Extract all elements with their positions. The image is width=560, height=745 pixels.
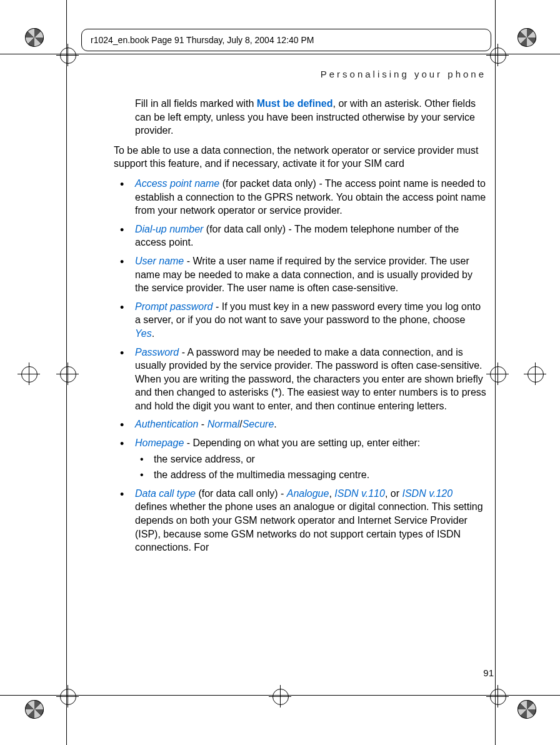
separator: , or xyxy=(385,488,402,499)
list-item: Password - A password may be needed to m… xyxy=(114,346,486,413)
list-item: Data call type (for data call only) - An… xyxy=(114,487,486,554)
option-value: Secure xyxy=(242,419,274,429)
must-be-defined-label: Must be defined xyxy=(257,98,333,109)
list-item: Authentication - Normal/Secure. xyxy=(114,418,486,431)
registration-mark-icon xyxy=(518,28,536,47)
setting-text: - xyxy=(198,419,207,429)
option-value: ISDN v.110 xyxy=(334,488,385,499)
list-item: Dial-up number (for data call only) - Th… xyxy=(114,222,486,249)
sub-list-item: the address of the multimedia messaging … xyxy=(135,468,486,482)
registration-mark-icon xyxy=(25,28,44,47)
list-item: Access point name (for packet data only)… xyxy=(114,177,486,218)
option-value: Normal xyxy=(208,419,240,429)
crosshair-icon xyxy=(56,362,79,385)
setting-term: Data call type xyxy=(135,488,196,499)
crosshair-icon xyxy=(486,362,509,385)
list-item: Prompt password - If you must key in a n… xyxy=(114,300,486,341)
setting-term: Authentication xyxy=(135,419,198,429)
settings-list: Access point name (for packet data only)… xyxy=(114,177,486,554)
body-paragraph: To be able to use a data connection, the… xyxy=(114,144,486,171)
setting-term: Password xyxy=(135,347,179,358)
setting-text: defines whether the phone uses an analog… xyxy=(135,501,483,552)
crosshair-icon xyxy=(56,44,79,66)
setting-term: Prompt password xyxy=(135,301,213,312)
setting-text: - Write a user name if required by the s… xyxy=(135,256,472,293)
sub-list-item: the service address, or xyxy=(135,452,486,466)
setting-text: (for data call only) - xyxy=(196,488,287,499)
crosshair-icon xyxy=(486,685,509,708)
separator: , xyxy=(329,488,334,499)
crosshair-icon xyxy=(269,685,291,708)
section-heading: Personalising your phone xyxy=(114,69,486,79)
registration-mark-icon xyxy=(518,700,536,719)
sub-list: the service address, or the address of t… xyxy=(135,452,486,482)
print-header-strip: r1024_en.book Page 91 Thursday, July 8, … xyxy=(81,29,491,51)
setting-text: - A password may be needed to make a dat… xyxy=(135,347,486,411)
setting-term: User name xyxy=(135,256,184,266)
crosshair-icon xyxy=(18,362,40,385)
intro-text-pre: Fill in all fields marked with xyxy=(135,98,257,109)
option-value: Yes xyxy=(135,328,152,339)
setting-text: . xyxy=(274,419,276,429)
print-header-text: r1024_en.book Page 91 Thursday, July 8, … xyxy=(91,35,314,45)
option-value: ISDN v.120 xyxy=(402,488,452,499)
setting-term: Homepage xyxy=(135,438,184,448)
list-item: Homepage - Depending on what you are set… xyxy=(114,436,486,482)
crosshair-icon xyxy=(56,685,79,708)
setting-term: Dial-up number xyxy=(135,224,203,234)
list-item: User name - Write a user name if require… xyxy=(114,254,486,295)
setting-term: Access point name xyxy=(135,178,219,189)
page-content: Personalising your phone Fill in all fie… xyxy=(114,69,486,559)
option-value: Analogue xyxy=(287,488,329,499)
intro-paragraph: Fill in all fields marked with Must be d… xyxy=(135,97,486,138)
crosshair-icon xyxy=(524,362,546,385)
registration-mark-icon xyxy=(25,700,44,719)
setting-text: . xyxy=(152,328,154,339)
page-number: 91 xyxy=(483,668,494,678)
crop-line-top xyxy=(0,54,560,54)
setting-text: - Depending on what you are setting up, … xyxy=(184,438,420,448)
